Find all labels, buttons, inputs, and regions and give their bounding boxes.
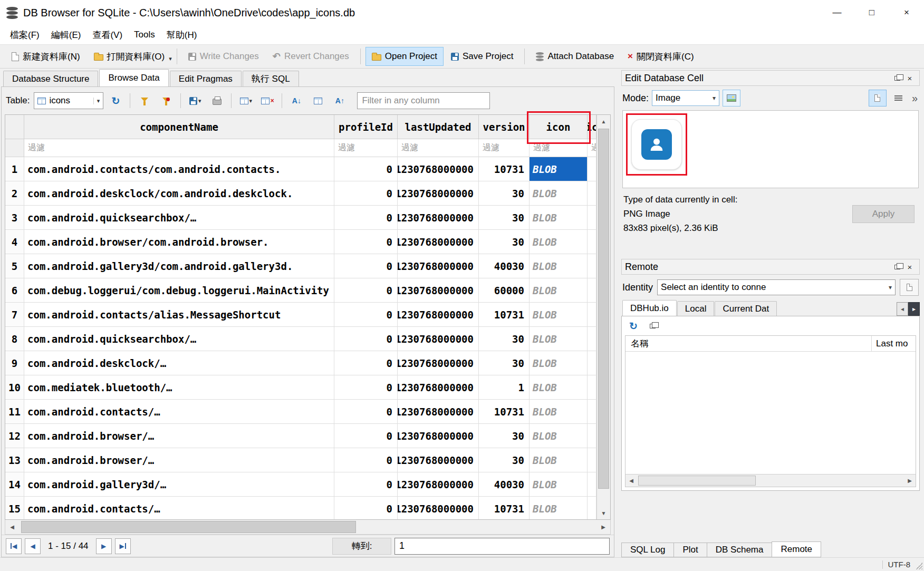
cell-profile-id[interactable]: 0 — [334, 497, 398, 519]
tab-scroll-left-button[interactable]: ◂ — [897, 302, 908, 316]
cell-icon[interactable]: BLOB — [530, 278, 588, 303]
cell-profile-id[interactable]: 0 — [334, 375, 398, 400]
cell-component-name[interactable]: com.android.contacts/… — [24, 400, 334, 424]
cell-profile-id[interactable]: 0 — [334, 303, 398, 327]
table-row[interactable]: 12 com.android.browser/… 0 1230768000000… — [5, 424, 596, 448]
dock-tab[interactable]: SQL Log — [621, 543, 674, 557]
text-view-button[interactable] — [869, 90, 887, 107]
tab-browse-data[interactable]: Browse Data — [99, 69, 168, 86]
vertical-scrollbar[interactable]: ▲ ▼ — [596, 115, 610, 519]
save-project-button[interactable]: Save Project — [445, 47, 519, 66]
table-row[interactable]: 1 com.android.contacts/com.android.conta… — [5, 157, 596, 181]
cell-icon[interactable]: BLOB — [530, 181, 588, 206]
cell-version[interactable]: 30 — [479, 181, 530, 206]
horizontal-scroll-track[interactable] — [19, 520, 596, 534]
first-page-button[interactable]: ◀ — [6, 538, 22, 554]
close-button[interactable]: × — [889, 0, 924, 25]
menu-item[interactable]: Tools — [128, 25, 161, 44]
column-header-last-modified[interactable]: Last mo — [871, 336, 916, 351]
cell-icon[interactable]: BLOB — [530, 327, 588, 351]
cell-component-name[interactable]: com.mediatek.bluetooth/… — [24, 375, 334, 400]
column-header-componentname[interactable]: componentName — [24, 115, 334, 139]
column-header-version[interactable]: version — [479, 115, 530, 139]
cell-component-name[interactable]: com.android.quicksearchbox/… — [24, 327, 334, 351]
cell-last-updated[interactable]: 1230768000000 — [398, 230, 479, 254]
column-header-lastupdated[interactable]: lastUpdated — [398, 115, 479, 139]
cell-component-name[interactable]: com.android.gallery3d/com.android.galler… — [24, 254, 334, 278]
horizontal-scroll-thumb[interactable] — [21, 521, 356, 533]
table-row[interactable]: 3 com.android.quicksearchbox/… 0 1230768… — [5, 206, 596, 230]
cell-last-updated[interactable]: 1230768000000 — [398, 351, 479, 375]
cell-icon[interactable]: BLOB — [530, 157, 588, 181]
cell-component-name[interactable]: com.android.contacts/… — [24, 497, 334, 519]
save-results-button[interactable]: ▾ — [186, 92, 205, 110]
resize-grip[interactable] — [916, 563, 922, 569]
cell-version[interactable]: 30 — [479, 351, 530, 375]
cell-profile-id[interactable]: 0 — [334, 424, 398, 448]
cell-last-updated[interactable]: 1230768000000 — [398, 254, 479, 278]
cell-version[interactable]: 60000 — [479, 278, 530, 303]
refresh-table-button[interactable]: ↻ — [106, 92, 125, 110]
edit-cell-toggle-button[interactable] — [309, 92, 328, 110]
open-project-button[interactable]: Open Project — [365, 47, 444, 66]
cell-component-name[interactable]: com.android.contacts/com.android.contact… — [24, 157, 334, 181]
table-row[interactable]: 11 com.android.contacts/… 0 123076800000… — [5, 400, 596, 424]
import-image-button[interactable] — [723, 90, 740, 107]
cell-icon[interactable]: BLOB — [530, 206, 588, 230]
last-page-button[interactable]: ▶ — [115, 538, 131, 554]
cell-icon[interactable]: BLOB — [530, 400, 588, 424]
menu-item[interactable]: 編輯(E) — [45, 25, 87, 44]
cell-version[interactable]: 10731 — [479, 157, 530, 181]
cell-component-name[interactable]: com.android.quicksearchbox/… — [24, 206, 334, 230]
filter-button[interactable] — [135, 92, 154, 110]
tab-scroll-right-button[interactable]: ▸ — [908, 302, 920, 316]
cell-profile-id[interactable]: 0 — [334, 448, 398, 472]
float-panel-icon[interactable] — [891, 261, 903, 273]
horizontal-scrollbar[interactable]: ◀ ▶ — [5, 520, 611, 535]
tab-edit-pragmas[interactable]: Edit Pragmas — [170, 71, 242, 86]
write-changes-button[interactable]: Write Changes — [182, 47, 265, 66]
filter-input-version[interactable]: 過濾 — [479, 139, 530, 157]
filter-any-column-input[interactable] — [357, 92, 490, 109]
filter-input-lastupdated[interactable]: 過濾 — [398, 139, 479, 157]
cell-last-updated[interactable]: 1230768000000 — [398, 375, 479, 400]
close-database-button[interactable]: × 關閉資料庫(C) — [621, 47, 700, 66]
cell-last-updated[interactable]: 1230768000000 — [398, 424, 479, 448]
cell-icon[interactable]: BLOB — [530, 230, 588, 254]
clear-filter-button[interactable] — [157, 92, 176, 110]
tab-database-structure[interactable]: Database Structure — [3, 71, 98, 86]
table-row[interactable]: 8 com.android.quicksearchbox/… 0 1230768… — [5, 327, 596, 351]
table-row[interactable]: 15 com.android.contacts/… 0 123076800000… — [5, 497, 596, 519]
cell-icon[interactable]: BLOB — [530, 424, 588, 448]
cell-last-updated[interactable]: 1230768000000 — [398, 497, 479, 519]
remote-clone-button[interactable] — [644, 318, 661, 334]
table-row[interactable]: 14 com.android.gallery3d/… 0 12307680000… — [5, 472, 596, 497]
scroll-left-icon[interactable]: ◀ — [625, 475, 637, 487]
dock-tab[interactable]: DB Schema — [707, 543, 773, 557]
sort-descending-button[interactable]: A↑ — [330, 92, 349, 110]
cell-last-updated[interactable]: 1230768000000 — [398, 448, 479, 472]
print-button[interactable] — [207, 92, 226, 110]
table-row[interactable]: 13 com.android.browser/… 0 1230768000000… — [5, 448, 596, 472]
column-header-name[interactable]: 名稱 — [625, 336, 871, 351]
cell-profile-id[interactable]: 0 — [334, 181, 398, 206]
cell-profile-id[interactable]: 0 — [334, 351, 398, 375]
tab-execute-sql[interactable]: 執行 SQL — [243, 71, 299, 86]
menu-item[interactable]: 查看(V) — [86, 25, 128, 44]
cell-component-name[interactable]: com.android.gallery3d/… — [24, 472, 334, 497]
table-row[interactable]: 4 com.android.browser/com.android.browse… — [5, 230, 596, 254]
scroll-down-icon[interactable]: ▼ — [597, 507, 610, 519]
dock-tab[interactable]: Plot — [673, 543, 707, 557]
identity-import-button[interactable] — [900, 279, 919, 296]
cell-last-updated[interactable]: 1230768000000 — [398, 181, 479, 206]
cell-version[interactable]: 30 — [479, 230, 530, 254]
filter-input-profileid[interactable]: 過濾 — [334, 139, 398, 157]
cell-icon[interactable]: BLOB — [530, 351, 588, 375]
cell-profile-id[interactable]: 0 — [334, 230, 398, 254]
table-row[interactable]: 6 com.debug.loggerui/com.debug.loggerui.… — [5, 278, 596, 303]
next-page-button[interactable]: ▶ — [96, 538, 112, 554]
cell-last-updated[interactable]: 1230768000000 — [398, 303, 479, 327]
previous-page-button[interactable]: ◀ — [25, 538, 41, 554]
cell-profile-id[interactable]: 0 — [334, 206, 398, 230]
cell-profile-id[interactable]: 0 — [334, 278, 398, 303]
